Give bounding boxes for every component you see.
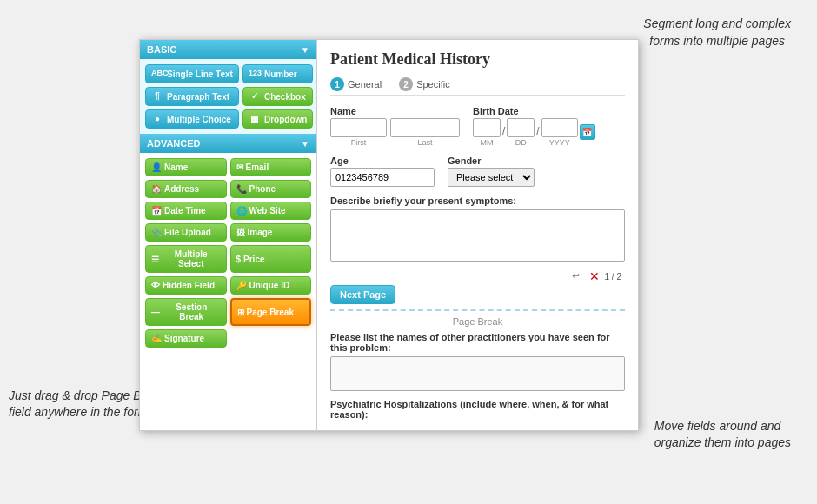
page-break-label: Page Break <box>330 316 625 327</box>
gender-label: Gender <box>448 156 535 166</box>
phone-icon: 📞 <box>236 184 247 194</box>
basic-tools-grid: ABC Single Line Text 123 Number ¶ Paragr… <box>140 59 316 134</box>
gender-select[interactable]: Please select Male Female Other <box>448 168 535 187</box>
tab-number-1: 1 <box>330 77 344 91</box>
calendar-icon: 📅 <box>151 206 162 216</box>
sep2: / <box>536 125 539 137</box>
checkbox-icon: ✓ <box>249 91 261 102</box>
birth-mm-input[interactable] <box>473 118 501 137</box>
delete-icon[interactable]: ✕ <box>589 269 600 283</box>
name-group: Name First Last <box>330 106 460 147</box>
age-group: Age <box>330 156 435 187</box>
age-gender-row: Age Gender Please select Male Female Oth… <box>330 156 625 187</box>
tool-single-line-text[interactable]: ABC Single Line Text <box>145 64 239 83</box>
tool-hidden-field[interactable]: 👁 Hidden Field <box>145 276 227 295</box>
pagebreak-icon: ⊞ <box>237 308 244 317</box>
tool-multiple-select[interactable]: ☰ Multiple Select <box>145 245 227 273</box>
price-icon: $ <box>236 255 242 264</box>
sidebar: BASIC ▼ ABC Single Line Text 123 Number … <box>139 39 317 431</box>
section-icon: — <box>151 308 160 317</box>
age-input[interactable] <box>330 168 435 187</box>
uniqueid-icon: 🔑 <box>236 281 247 290</box>
annotation-top: Segment long and complex forms into mult… <box>643 16 791 50</box>
tool-multiple-choice[interactable]: ● Multiple Choice <box>145 109 239 129</box>
main-container: BASIC ▼ ABC Single Line Text 123 Number … <box>139 39 639 431</box>
birth-yyyy-input[interactable] <box>541 118 578 137</box>
tool-web-site[interactable]: 🌐 Web Site <box>230 202 312 220</box>
tool-file-upload[interactable]: 📎 File Upload <box>145 223 227 242</box>
mm-label: MM <box>473 138 501 147</box>
paragraph-icon: ¶ <box>151 91 163 102</box>
image-icon: 🖼 <box>236 228 245 237</box>
page-tabs: 1 General 2 Specific <box>330 77 625 96</box>
address-icon: 🏠 <box>151 184 162 194</box>
name-label: Name <box>330 106 460 116</box>
name-icon: 👤 <box>151 162 162 172</box>
name-inputs: First Last <box>330 118 460 147</box>
web-icon: 🌐 <box>236 206 247 216</box>
dd-label: DD <box>507 138 535 147</box>
birth-date-group: Birth Date MM / DD / YYYY <box>473 106 595 147</box>
form-panel: Patient Medical History 1 General 2 Spec… <box>317 39 639 431</box>
advanced-tools-grid: 👤 Name ✉ Email 🏠 Address 📞 Phone 📅 Date … <box>140 153 316 353</box>
page-break-controls: ↩ ✕ 1 / 2 <box>330 268 625 285</box>
form-title: Patient Medical History <box>330 50 625 69</box>
tool-dropdown[interactable]: ▦ Dropdown <box>242 109 313 129</box>
first-name-input[interactable] <box>330 118 387 137</box>
tool-section-break[interactable]: — Section Break <box>145 298 227 326</box>
annotation-bottom-right: Move fields around and organize them int… <box>654 418 791 452</box>
tool-unique-id[interactable]: 🔑 Unique ID <box>230 276 312 295</box>
tool-price[interactable]: $ Price <box>230 245 312 273</box>
tab-specific[interactable]: 2 Specific <box>399 77 450 91</box>
symptoms-label: Describe briefly your present symptoms: <box>330 196 625 206</box>
tool-email[interactable]: ✉ Email <box>230 158 312 176</box>
symptoms-textarea[interactable] <box>330 209 625 262</box>
last-label: Last <box>390 138 460 147</box>
tab-general-label: General <box>348 79 382 90</box>
undo-icon[interactable]: ↩ <box>572 270 584 282</box>
radio-icon: ● <box>151 114 163 124</box>
tool-checkbox[interactable]: ✓ Checkbox <box>242 87 313 106</box>
basic-section-header: BASIC ▼ <box>140 40 316 59</box>
sep1: / <box>502 125 505 137</box>
page-break-divider <box>330 309 625 311</box>
practitioners-label: Please list the names of other practitio… <box>330 332 625 353</box>
yyyy-label: YYYY <box>541 138 578 147</box>
hidden-icon: 👁 <box>151 281 160 290</box>
calendar-picker-icon[interactable]: 📅 <box>580 124 595 140</box>
tool-address[interactable]: 🏠 Address <box>145 180 227 198</box>
multiselect-icon: ☰ <box>151 255 159 264</box>
gender-group: Gender Please select Male Female Other <box>448 156 535 187</box>
next-page-button[interactable]: Next Page <box>330 285 395 304</box>
advanced-section-header: ADVANCED ▼ <box>140 134 316 153</box>
birth-dd-input[interactable] <box>507 118 535 137</box>
abc-icon: ABC <box>151 69 163 79</box>
number-icon: 123 <box>249 69 261 79</box>
dropdown-icon: ▦ <box>249 114 261 124</box>
tool-signature[interactable]: ✍ Signature <box>145 329 227 348</box>
signature-icon: ✍ <box>151 334 162 343</box>
name-birthdate-row: Name First Last Birth Date <box>330 106 625 147</box>
first-label: First <box>330 138 387 147</box>
email-icon: ✉ <box>236 162 243 172</box>
psych-label: Psychiatric Hospitalizations (include wh… <box>330 399 625 420</box>
tool-number[interactable]: 123 Number <box>242 64 313 83</box>
tab-specific-label: Specific <box>416 79 450 90</box>
birth-date-label: Birth Date <box>473 106 595 116</box>
last-name-input[interactable] <box>390 118 460 137</box>
page-counter: 1 / 2 <box>605 272 621 282</box>
upload-icon: 📎 <box>151 228 162 237</box>
tool-date-time[interactable]: 📅 Date Time <box>145 202 227 220</box>
age-label: Age <box>330 156 435 166</box>
tool-name[interactable]: 👤 Name <box>145 158 227 176</box>
tool-page-break[interactable]: ⊞ Page Break <box>230 298 312 326</box>
tool-phone[interactable]: 📞 Phone <box>230 180 312 198</box>
practitioners-textarea[interactable] <box>330 356 625 391</box>
tab-general[interactable]: 1 General <box>330 77 382 91</box>
tool-paragraph-text[interactable]: ¶ Paragraph Text <box>145 87 239 106</box>
tool-image[interactable]: 🖼 Image <box>230 223 312 242</box>
tab-number-2: 2 <box>399 77 413 91</box>
